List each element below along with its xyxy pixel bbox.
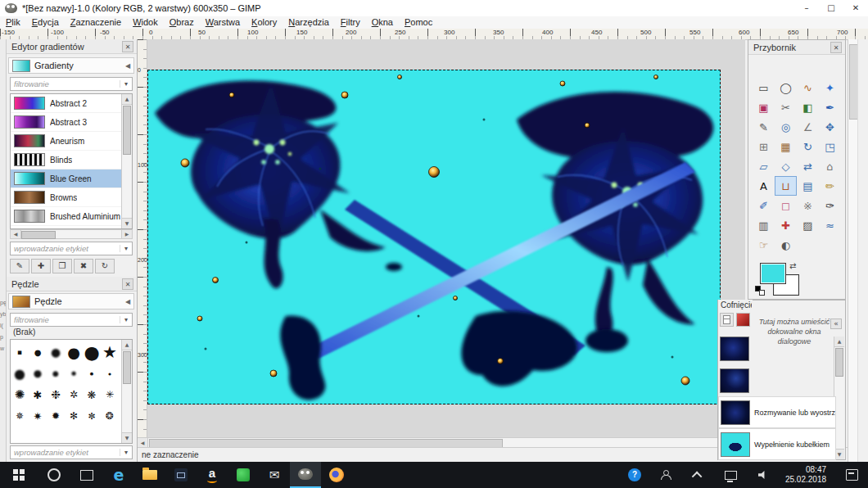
align[interactable]: ⊞ — [753, 137, 775, 156]
undo-history-item[interactable]: Wypełnienie kubełkiem — [718, 428, 836, 460]
maximize-button[interactable]: □ — [819, 0, 843, 16]
brush-item[interactable]: ▪ — [11, 341, 29, 363]
horizontal-ruler[interactable]: -150-100-5005010015020025030035040045050… — [0, 29, 868, 40]
start-button[interactable] — [0, 462, 38, 488]
blend[interactable]: ▤ — [797, 176, 819, 196]
text[interactable]: A — [753, 176, 775, 196]
vertical-ruler[interactable]: 0100200300 — [138, 39, 147, 437]
brush-item[interactable]: ● — [65, 363, 83, 384]
scroll-up-icon[interactable]: ▲ — [122, 94, 132, 105]
close-icon[interactable]: ✕ — [122, 278, 133, 290]
tray-overflow[interactable] — [681, 462, 714, 488]
menu-item[interactable]: Edycja — [26, 16, 65, 29]
dodge-burn[interactable]: ◐ — [775, 235, 797, 255]
gradient-item[interactable]: Abstract 2 — [11, 94, 122, 113]
brushes-dialog-tab-icon[interactable] — [736, 313, 750, 327]
ink[interactable]: ✑ — [819, 196, 841, 215]
foreground-select[interactable]: ◧ — [797, 97, 819, 117]
gradients-filter-combobox[interactable]: filtrowanie ▾ — [10, 77, 133, 91]
new-gradient-button[interactable]: ✚ — [31, 259, 51, 273]
menu-item[interactable]: Widok — [127, 16, 164, 29]
fuzzy-select[interactable]: ✦ — [819, 78, 841, 97]
taskbar-firefox[interactable] — [321, 462, 352, 488]
gradients-tag-combobox[interactable]: wprowadzanie etykiet ▾ — [10, 242, 133, 255]
brush-item[interactable]: ❉ — [47, 384, 65, 405]
brush-item[interactable]: ● — [29, 363, 47, 384]
scissors-select[interactable]: ✂ — [775, 97, 797, 117]
canvas-hscrollbar[interactable]: ◀ ▶ — [138, 437, 745, 447]
brush-item[interactable]: ● — [83, 341, 101, 363]
menu-item[interactable]: Okna — [366, 16, 399, 29]
eraser[interactable]: ◻ — [775, 196, 797, 215]
move[interactable]: ✥ — [819, 117, 841, 137]
toolbox-header[interactable]: Przybornik ✕ — [748, 40, 845, 55]
task-view-button[interactable] — [70, 462, 103, 488]
gradient-item[interactable]: Aneurism — [11, 132, 122, 151]
taskbar-store[interactable] — [165, 462, 197, 488]
gradients-tab[interactable]: Gradienty ◀ — [8, 57, 134, 74]
collapsed-dock-strip[interactable]: pęyb:l(p w — [0, 39, 7, 462]
color-picker[interactable]: ✎ — [753, 117, 775, 137]
brush-item[interactable]: ✵ — [11, 405, 29, 427]
gradient-item[interactable]: Browns — [11, 188, 122, 207]
gradient-editor-header[interactable]: Edytor gradientów ✕ — [7, 39, 137, 54]
taskbar-file-explorer[interactable] — [134, 462, 165, 488]
menu-item[interactable]: Narzędzia — [283, 16, 335, 29]
brushes-tab[interactable]: Pędzle ◀ — [8, 293, 134, 310]
brush-item[interactable]: ● — [47, 363, 65, 384]
scroll-right-icon[interactable]: ▶ — [121, 230, 132, 238]
tray-clock[interactable]: 08:47 25.02.2018 — [780, 462, 835, 488]
canvas[interactable] — [147, 70, 721, 404]
default-colors-icon[interactable] — [755, 286, 765, 296]
paintbrush[interactable]: ✐ — [753, 196, 775, 215]
scroll-left-icon[interactable]: ◀ — [138, 438, 148, 447]
perspective[interactable]: ◇ — [775, 156, 797, 176]
gradient-item[interactable]: Brushed Aluminium — [11, 207, 122, 226]
taskbar-gimp[interactable] — [290, 462, 321, 488]
paths[interactable]: ✒ — [819, 97, 841, 117]
pencil[interactable]: ✏ — [819, 176, 841, 196]
gradient-item[interactable]: Abstract 3 — [11, 113, 122, 132]
close-icon[interactable]: ✕ — [830, 42, 842, 53]
scale[interactable]: ◳ — [819, 137, 841, 156]
tab-collapse-icon[interactable]: ◀ — [122, 298, 133, 305]
airbrush[interactable]: ※ — [797, 196, 819, 215]
tray-volume[interactable] — [747, 462, 780, 488]
refresh-gradients-button[interactable]: ↻ — [95, 259, 115, 273]
select-by-color[interactable]: ▣ — [753, 97, 775, 117]
brushes-filter-combobox[interactable]: filtrowanie ▾ — [10, 313, 133, 327]
shear[interactable]: ▱ — [753, 156, 775, 176]
brush-item[interactable]: ● — [83, 363, 101, 384]
brush-item[interactable]: ✳ — [101, 384, 119, 405]
tray-people[interactable] — [650, 462, 681, 488]
menu-item[interactable]: Obraz — [164, 16, 200, 29]
scroll-left-icon[interactable]: ◀ — [11, 230, 21, 238]
brushes-scrollbar[interactable]: ▲ ▼ — [121, 340, 132, 443]
tray-notifications[interactable] — [835, 462, 868, 488]
scrollbar-thumb[interactable] — [21, 231, 56, 239]
brush-item[interactable]: ❋ — [83, 384, 101, 405]
scroll-up-icon[interactable]: ▲ — [122, 340, 132, 350]
close-icon[interactable]: ✕ — [122, 41, 133, 52]
brush-item[interactable]: ★ — [101, 341, 119, 363]
brush-item[interactable]: ❂ — [101, 405, 119, 427]
delete-gradient-button[interactable]: ✖ — [74, 259, 93, 273]
minimize-button[interactable]: – — [794, 0, 819, 16]
close-button[interactable]: ✕ — [843, 0, 868, 16]
brush-item[interactable]: ✷ — [29, 405, 47, 427]
brush-item[interactable]: ● — [29, 341, 47, 363]
taskbar-edge[interactable]: e — [103, 462, 134, 488]
zoom[interactable]: ◎ — [775, 117, 797, 137]
brush-item[interactable]: ✻ — [65, 405, 83, 427]
edit-gradient-button[interactable]: ✎ — [10, 259, 29, 273]
brush-item[interactable]: ● — [101, 363, 119, 384]
menu-item[interactable]: Filtry — [335, 16, 366, 29]
blur-sharpen[interactable]: ≈ — [819, 215, 841, 235]
tray-network[interactable] — [714, 462, 747, 488]
free-select[interactable]: ∿ — [797, 78, 819, 97]
scrollbar-thumb[interactable] — [123, 351, 131, 384]
scroll-down-icon[interactable]: ▼ — [122, 432, 132, 443]
scroll-down-icon[interactable]: ▼ — [122, 218, 132, 228]
duplicate-gradient-button[interactable]: ❐ — [52, 259, 72, 273]
brush-item[interactable]: ✱ — [29, 384, 47, 405]
